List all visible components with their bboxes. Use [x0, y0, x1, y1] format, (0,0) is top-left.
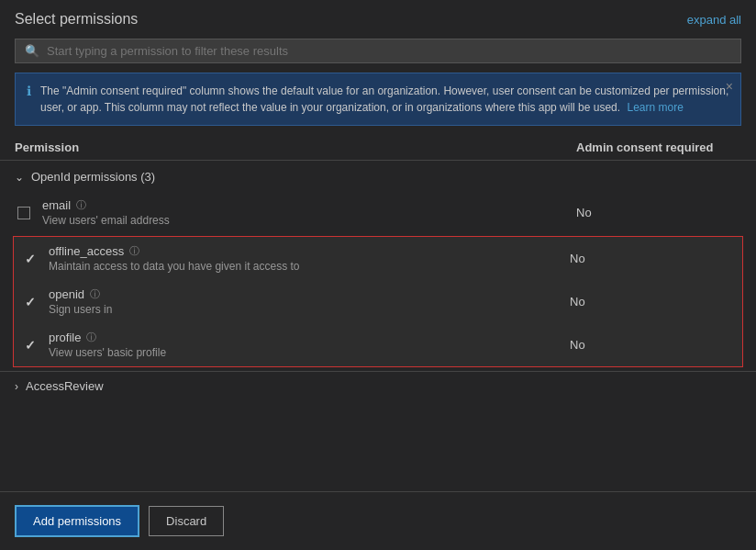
info-circle-email[interactable]: ⓘ	[76, 198, 86, 212]
search-input-wrapper: 🔍	[15, 39, 741, 63]
search-icon: 🔍	[25, 44, 39, 58]
close-banner-button[interactable]: ×	[726, 79, 733, 94]
info-text: The "Admin consent required" column show…	[40, 83, 729, 116]
checkmark-profile: ✓	[25, 338, 36, 353]
checkbox-area-email	[15, 207, 33, 219]
info-circle-offline-access[interactable]: ⓘ	[129, 244, 139, 258]
consent-openid: No	[570, 295, 735, 309]
checkbox-area-openid: ✓	[21, 295, 39, 309]
header: Select permissions expand all	[0, 0, 756, 35]
group-access-review-name: AccessReview	[26, 379, 104, 393]
permission-name-email: email	[42, 198, 71, 212]
checkmark-offline-access: ✓	[25, 252, 36, 266]
group-openid-header[interactable]: ⌄ OpenId permissions (3)	[0, 163, 756, 191]
learn-more-link[interactable]: Learn more	[627, 101, 683, 114]
col-permission-header: Permission	[15, 140, 576, 154]
info-banner: ℹ The "Admin consent required" column sh…	[15, 73, 741, 126]
permissions-list: ⌄ OpenId permissions (3) email ⓘ View us…	[0, 163, 756, 491]
permission-row-profile: ✓ profile ⓘ View users' basic profile No	[14, 323, 742, 366]
permission-info-offline-access: offline_access ⓘ Maintain access to data…	[49, 244, 561, 273]
add-permissions-button[interactable]: Add permissions	[15, 505, 139, 537]
chevron-right-icon: ›	[15, 380, 18, 393]
info-circle-openid[interactable]: ⓘ	[90, 287, 100, 301]
permission-info-profile: profile ⓘ View users' basic profile	[49, 331, 561, 359]
selected-permissions-group: ✓ offline_access ⓘ Maintain access to da…	[13, 236, 743, 367]
table-header: Permission Admin consent required	[0, 135, 756, 161]
permission-name-openid: openid	[49, 287, 84, 301]
consent-offline-access: No	[570, 252, 735, 265]
consent-email: No	[576, 206, 741, 219]
checkmark-openid: ✓	[25, 295, 36, 309]
permission-desc-openid: Sign users in	[49, 303, 561, 316]
chevron-down-icon: ⌄	[15, 171, 24, 184]
expand-all-link[interactable]: expand all	[687, 13, 741, 27]
group-openid-name: OpenId permissions (3)	[31, 170, 155, 184]
permission-row-offline-access: ✓ offline_access ⓘ Maintain access to da…	[14, 237, 742, 280]
search-input[interactable]	[47, 44, 731, 58]
footer: Add permissions Discard	[0, 491, 756, 550]
permission-info-email: email ⓘ View users' email address	[42, 198, 567, 227]
col-admin-consent-header: Admin consent required	[576, 140, 741, 154]
permission-name-offline-access: offline_access	[49, 244, 124, 258]
permission-desc-profile: View users' basic profile	[49, 346, 561, 359]
permission-name-profile: profile	[49, 331, 81, 344]
checkbox-area-offline-access: ✓	[21, 252, 39, 266]
permission-row-email: email ⓘ View users' email address No	[0, 191, 756, 234]
permission-info-openid: openid ⓘ Sign users in	[49, 287, 561, 316]
page-container: Select permissions expand all 🔍 ℹ The "A…	[0, 0, 756, 550]
checkbox-area-profile: ✓	[21, 338, 39, 353]
info-circle-profile[interactable]: ⓘ	[86, 331, 96, 344]
permission-row-openid: ✓ openid ⓘ Sign users in No	[14, 280, 742, 323]
discard-button[interactable]: Discard	[149, 506, 224, 536]
page-title: Select permissions	[15, 11, 138, 28]
search-container: 🔍	[0, 35, 756, 73]
permission-desc-email: View users' email address	[42, 214, 567, 227]
checkbox-email[interactable]	[17, 207, 30, 219]
group-access-review-header[interactable]: › AccessReview	[0, 371, 756, 400]
permission-desc-offline-access: Maintain access to data you have given i…	[49, 260, 561, 273]
consent-profile: No	[570, 338, 735, 352]
info-icon: ℹ	[27, 84, 31, 98]
